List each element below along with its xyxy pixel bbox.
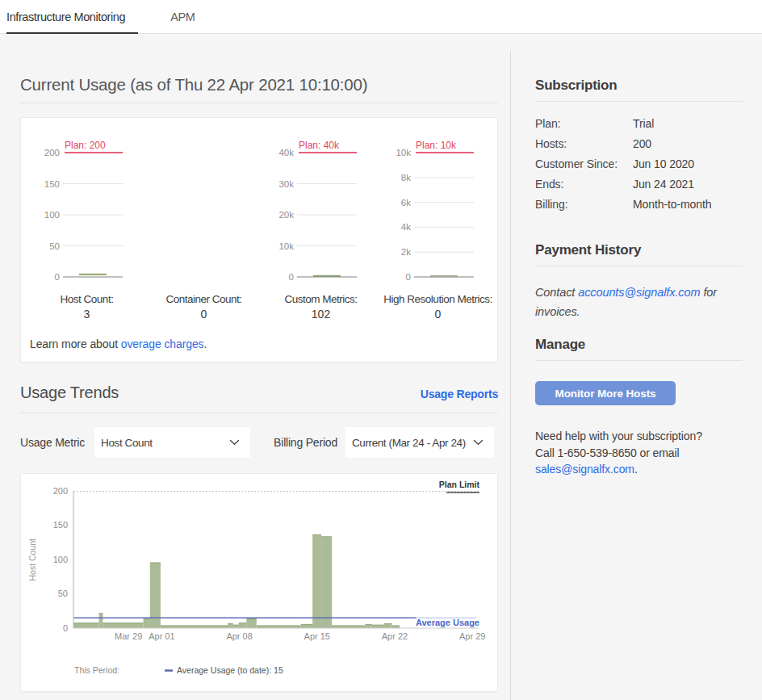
chevron-down-icon: [473, 439, 484, 446]
svg-text:20k: 20k: [278, 210, 294, 220]
stat-value: 3: [84, 308, 90, 321]
stat-label: Host Count:: [61, 293, 114, 305]
svg-text:0: 0: [54, 272, 59, 282]
svg-text:Plan: 40k: Plan: 40k: [299, 140, 340, 151]
overage-charges-link[interactable]: overage charges: [121, 337, 204, 350]
monitor-more-hosts-button[interactable]: Monitor More Hosts: [535, 381, 676, 405]
svg-text:8k: 8k: [400, 173, 410, 182]
row-label: Customer Since:: [535, 157, 633, 170]
usage-trends-title: Usage Trends: [20, 384, 119, 402]
svg-text:10k: 10k: [396, 148, 411, 157]
help-note: Need help with your subscription?Call 1-…: [535, 428, 743, 478]
stat-value: 0: [201, 308, 207, 321]
row-label: Plan:: [535, 117, 633, 130]
row-value: Jun 24 2021: [633, 178, 694, 191]
learn-more-prefix: Learn more about: [30, 337, 121, 350]
svg-text:150: 150: [44, 179, 59, 189]
svg-text:This Period:: This Period:: [74, 665, 119, 675]
payment-note-prefix: Contact: [535, 286, 578, 299]
chevron-down-icon: [229, 439, 240, 446]
svg-text:100: 100: [53, 555, 68, 564]
svg-text:0: 0: [63, 623, 68, 633]
table-row: Ends:Jun 24 2021: [535, 174, 743, 194]
svg-text:10k: 10k: [278, 241, 294, 251]
table-row: Customer Since:Jun 10 2020: [535, 153, 743, 174]
current-usage-card: 050100150200Plan: 200 Host Count: 3 Cont…: [20, 117, 498, 363]
page-title: Current Usage (as of Thu 22 Apr 2021 10:…: [20, 75, 498, 103]
svg-text:Apr 08: Apr 08: [226, 631, 252, 641]
tab-bar: Infrastructure Monitoring APM: [0, 0, 762, 34]
custom-metrics-minichart: 010k20k30k40kPlan: 40k: [270, 133, 373, 285]
billing-period-select[interactable]: Current (Mar 24 - Apr 24): [345, 427, 494, 458]
stat-label: High Resolution Metrics:: [383, 293, 492, 305]
billing-period-value: Current (Mar 24 - Apr 24): [352, 437, 466, 449]
host-count-trend-chart: Average UsagePlan Limit050100150200Mar 2…: [21, 474, 497, 692]
row-value: Month-to-month: [633, 198, 711, 211]
row-value: 200: [633, 137, 651, 150]
help-suffix: .: [634, 463, 638, 476]
trend-controls: Usage Metric Host Count Billing Period C…: [20, 427, 498, 458]
tab-label: Infrastructure Monitoring: [6, 10, 125, 23]
usage-column: Current Usage (as of Thu 22 Apr 2021 10:…: [0, 51, 511, 700]
learn-more-text: Learn more about overage charges.: [28, 337, 496, 350]
svg-text:Apr 15: Apr 15: [304, 631, 330, 641]
learn-more-suffix: .: [204, 337, 207, 350]
stat-label: Container Count:: [165, 293, 241, 305]
svg-text:Plan: 10k: Plan: 10k: [416, 140, 457, 151]
billing-period-label: Billing Period: [274, 436, 337, 449]
svg-text:50: 50: [49, 241, 60, 251]
svg-text:40k: 40k: [278, 148, 294, 157]
stat-container-count: Container Count: 0: [145, 133, 262, 321]
svg-text:150: 150: [53, 520, 68, 530]
stat-custom-metrics: 010k20k30k40kPlan: 40k Custom Metrics: 1…: [262, 133, 379, 321]
payment-note: Contact accounts@signalfx.com for invoic…: [535, 283, 743, 321]
sales-email-link[interactable]: sales@signalfx.com: [535, 463, 634, 476]
main-content: Current Usage (as of Thu 22 Apr 2021 10:…: [0, 51, 762, 700]
row-value: Trial: [633, 117, 654, 130]
table-row: Billing:Month-to-month: [535, 194, 743, 214]
subscription-sidebar: Subscription Plan:Trial Hosts:200 Custom…: [511, 51, 762, 700]
row-label: Billing:: [535, 198, 633, 211]
svg-text:100: 100: [44, 210, 59, 220]
subscription-table: Plan:Trial Hosts:200 Customer Since:Jun …: [535, 113, 743, 214]
tab-infrastructure-monitoring[interactable]: Infrastructure Monitoring: [6, 0, 138, 34]
help-line1: Need help with your subscription?: [535, 430, 702, 442]
stat-high-res-metrics: 02k4k6k8k10kPlan: 10k High Resolution Me…: [379, 133, 496, 321]
svg-text:0: 0: [405, 272, 410, 282]
usage-metric-label: Usage Metric: [20, 436, 85, 449]
stat-value: 0: [435, 308, 442, 321]
usage-metric-select[interactable]: Host Count: [94, 427, 250, 458]
payment-history-heading: Payment History: [535, 242, 743, 266]
svg-text:50: 50: [58, 589, 68, 598]
table-row: Plan:Trial: [535, 113, 743, 133]
empty-chart-slot: [153, 133, 256, 285]
svg-text:4k: 4k: [400, 222, 410, 232]
svg-text:Apr 22: Apr 22: [382, 631, 408, 641]
usage-stats-row: 050100150200Plan: 200 Host Count: 3 Cont…: [28, 133, 496, 321]
svg-text:Mar 29: Mar 29: [115, 631, 142, 641]
svg-text:Plan Limit: Plan Limit: [439, 480, 480, 489]
usage-trend-chart-card: Average UsagePlan Limit050100150200Mar 2…: [20, 473, 498, 692]
row-value: Jun 10 2020: [633, 157, 694, 170]
tab-label: APM: [170, 10, 195, 23]
accounts-email-link[interactable]: accounts@signalfx.com: [578, 286, 700, 299]
usage-metric-value: Host Count: [101, 437, 153, 449]
svg-text:30k: 30k: [278, 179, 294, 189]
row-label: Ends:: [535, 178, 633, 191]
usage-trends-header: Usage Trends Usage Reports: [20, 384, 498, 413]
svg-text:Plan: 200: Plan: 200: [65, 140, 106, 151]
row-label: Hosts:: [535, 137, 633, 150]
usage-reports-link[interactable]: Usage Reports: [421, 388, 498, 400]
stat-label: Custom Metrics:: [284, 293, 357, 305]
host-count-minichart: 050100150200Plan: 200: [36, 133, 139, 285]
high-res-metrics-minichart: 02k4k6k8k10kPlan: 10k: [387, 133, 490, 285]
svg-text:Host Count: Host Count: [27, 539, 37, 581]
svg-text:200: 200: [53, 486, 68, 496]
stat-host-count: 050100150200Plan: 200 Host Count: 3: [28, 133, 145, 321]
svg-text:Apr 01: Apr 01: [149, 631, 174, 641]
tab-apm[interactable]: APM: [170, 0, 203, 34]
stat-value: 102: [312, 308, 330, 321]
svg-text:0: 0: [288, 272, 293, 282]
manage-heading: Manage: [535, 337, 743, 361]
help-line2: Call 1-650-539-8650 or email: [535, 446, 680, 459]
